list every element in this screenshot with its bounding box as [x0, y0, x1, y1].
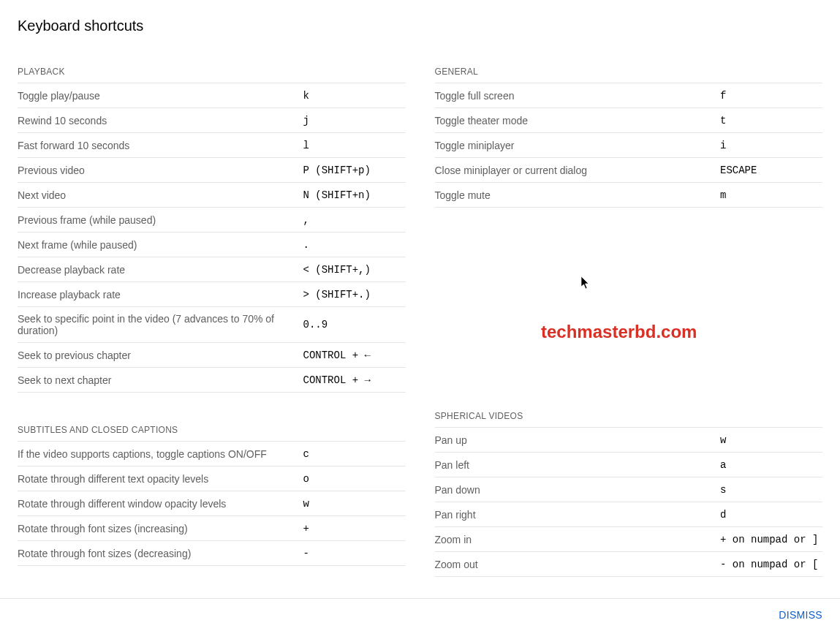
dismiss-button[interactable]: DISMISS [779, 609, 822, 621]
shortcut-description: Toggle miniplayer [435, 140, 721, 151]
shortcut-description: Pan left [435, 459, 721, 471]
shortcut-row: Seek to previous chapterCONTROL + ← [18, 343, 406, 368]
right-column: GENERALToggle full screenfToggle theater… [435, 67, 823, 609]
shortcut-key: < (SHIFT+,) [303, 264, 406, 276]
shortcut-row: If the video supports captions, toggle c… [18, 442, 406, 466]
section-header: SUBTITLES AND CLOSED CAPTIONS [18, 425, 406, 442]
shortcut-row: Rotate through font sizes (decreasing)- [18, 541, 406, 566]
section-header: GENERAL [435, 67, 823, 83]
shortcut-key: w [303, 498, 406, 510]
shortcut-row: Toggle miniplayeri [435, 133, 823, 158]
shortcut-row: Next videoN (SHIFT+n) [18, 183, 406, 208]
section-header: SPHERICAL VIDEOS [435, 411, 823, 428]
shortcut-key: k [303, 90, 406, 102]
keyboard-shortcuts-dialog: Keyboard shortcuts PLAYBACKToggle play/p… [0, 0, 840, 609]
shortcut-key: ESCAPE [720, 165, 822, 176]
shortcut-description: If the video supports captions, toggle c… [18, 448, 303, 460]
shortcut-description: Previous frame (while paused) [18, 214, 303, 226]
shortcut-description: Zoom in [435, 534, 721, 545]
shortcut-description: Pan up [435, 434, 721, 446]
shortcut-row: Pan downs [435, 477, 823, 502]
shortcut-row: Previous frame (while paused), [18, 208, 406, 233]
shortcut-row: Previous videoP (SHIFT+p) [18, 158, 406, 183]
dialog-action-bar: DISMISS [0, 598, 840, 631]
shortcut-row: Toggle theater modet [435, 108, 823, 133]
shortcut-description: Toggle mute [435, 189, 721, 201]
shortcut-key: . [303, 239, 406, 251]
shortcut-key: l [303, 140, 406, 151]
shortcut-row: Rewind 10 secondsj [18, 108, 406, 133]
shortcut-key: - on numpad or [ [720, 559, 822, 570]
shortcut-row: Increase playback rate> (SHIFT+.) [18, 282, 406, 307]
shortcut-section: SUBTITLES AND CLOSED CAPTIONSIf the vide… [18, 425, 406, 566]
shortcut-key: o [303, 473, 406, 485]
shortcut-description: Rotate through font sizes (decreasing) [18, 548, 303, 559]
shortcut-description: Rewind 10 seconds [18, 115, 303, 126]
shortcut-description: Seek to specific point in the video (7 a… [18, 313, 303, 336]
shortcut-key: > (SHIFT+.) [303, 289, 406, 301]
shortcut-key: t [720, 115, 822, 126]
shortcut-section: PLAYBACKToggle play/pausekRewind 10 seco… [18, 67, 406, 393]
shortcut-row: Pan lefta [435, 453, 823, 477]
shortcut-row: Rotate through different window opacity … [18, 491, 406, 516]
shortcut-description: Close miniplayer or current dialog [435, 165, 721, 176]
shortcut-row: Zoom in+ on numpad or ] [435, 527, 823, 552]
shortcut-row: Rotate through different text opacity le… [18, 466, 406, 491]
shortcut-section: SPHERICAL VIDEOSPan upwPan leftaPan down… [435, 411, 823, 577]
shortcut-description: Next video [18, 189, 303, 201]
shortcut-row: Pan upw [435, 428, 823, 453]
columns: PLAYBACKToggle play/pausekRewind 10 seco… [18, 67, 822, 609]
shortcut-key: + [303, 523, 406, 534]
shortcut-description: Decrease playback rate [18, 264, 303, 276]
shortcut-description: Seek to previous chapter [18, 349, 303, 361]
shortcut-key: 0..9 [303, 319, 406, 330]
shortcut-row: Fast forward 10 secondsl [18, 133, 406, 158]
shortcut-key: + on numpad or ] [720, 534, 822, 545]
shortcut-row: Seek to specific point in the video (7 a… [18, 307, 406, 343]
shortcut-row: Pan rightd [435, 502, 823, 527]
shortcut-row: Next frame (while paused). [18, 233, 406, 257]
shortcut-key: CONTROL + ← [303, 349, 406, 361]
shortcut-row: Decrease playback rate< (SHIFT+,) [18, 257, 406, 282]
shortcut-key: , [303, 214, 406, 226]
shortcut-description: Next frame (while paused) [18, 239, 303, 251]
shortcut-section: GENERALToggle full screenfToggle theater… [435, 67, 823, 208]
shortcut-key: P (SHIFT+p) [303, 165, 406, 176]
shortcut-description: Pan right [435, 509, 721, 521]
shortcut-row: Toggle mutem [435, 183, 823, 208]
shortcut-row: Zoom out- on numpad or [ [435, 552, 823, 577]
shortcut-description: Zoom out [435, 559, 721, 570]
shortcut-row: Close miniplayer or current dialogESCAPE [435, 158, 823, 183]
shortcut-description: Seek to next chapter [18, 374, 303, 386]
shortcut-key: i [720, 140, 822, 151]
shortcut-description: Toggle theater mode [435, 115, 721, 126]
dialog-title: Keyboard shortcuts [18, 18, 822, 34]
shortcut-description: Fast forward 10 seconds [18, 140, 303, 151]
shortcut-row: Toggle full screenf [435, 83, 823, 108]
shortcut-key: - [303, 548, 406, 559]
shortcut-key: c [303, 448, 406, 460]
shortcut-key: a [720, 459, 822, 471]
shortcut-description: Increase playback rate [18, 289, 303, 301]
shortcut-description: Rotate through different window opacity … [18, 498, 303, 510]
shortcut-description: Toggle play/pause [18, 90, 303, 102]
shortcut-key: m [720, 189, 822, 201]
shortcut-key: s [720, 484, 822, 496]
shortcut-key: CONTROL + → [303, 374, 406, 386]
shortcut-key: N (SHIFT+n) [303, 189, 406, 201]
shortcut-row: Rotate through font sizes (increasing)+ [18, 516, 406, 541]
shortcut-row: Seek to next chapterCONTROL + → [18, 368, 406, 393]
shortcut-description: Rotate through different text opacity le… [18, 473, 303, 485]
section-header: PLAYBACK [18, 67, 406, 83]
shortcut-row: Toggle play/pausek [18, 83, 406, 108]
left-column: PLAYBACKToggle play/pausekRewind 10 seco… [18, 67, 406, 609]
shortcut-description: Previous video [18, 165, 303, 176]
shortcut-key: d [720, 509, 822, 521]
shortcut-key: j [303, 115, 406, 126]
shortcut-description: Rotate through font sizes (increasing) [18, 523, 303, 534]
shortcut-key: f [720, 90, 822, 102]
shortcut-description: Toggle full screen [435, 90, 721, 102]
shortcut-key: w [720, 434, 822, 446]
shortcut-description: Pan down [435, 484, 721, 496]
